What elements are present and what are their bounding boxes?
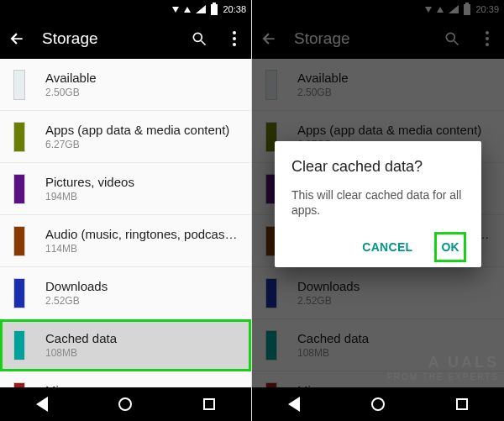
row-text: Cached data108MB xyxy=(45,331,238,359)
category-color-swatch xyxy=(13,70,25,100)
svg-line-1 xyxy=(202,41,206,45)
kebab-icon xyxy=(233,31,236,46)
row-text: Downloads2.52GB xyxy=(45,279,238,307)
row-name: Pictures, videos xyxy=(45,175,238,189)
arrow-left-icon xyxy=(8,30,25,47)
net-down-icon xyxy=(172,7,179,13)
category-color-swatch xyxy=(13,122,25,152)
row-size: 2.52GB xyxy=(45,295,238,307)
cancel-button[interactable]: CANCEL xyxy=(357,234,417,260)
row-text: Pictures, videos194MB xyxy=(45,175,238,203)
row-text: Audio (music, ringtones, podcasts, et..1… xyxy=(45,227,238,255)
row-size: 194MB xyxy=(45,191,238,203)
storage-row[interactable]: Apps (app data & media content)6.27GB xyxy=(0,111,251,163)
storage-row[interactable]: Downloads2.52GB xyxy=(0,267,251,319)
nav-recent-button[interactable] xyxy=(198,393,220,415)
category-color-swatch xyxy=(13,174,25,204)
phone-left: 20:38 Storage Available2.50GBApps (app d… xyxy=(0,0,252,421)
back-button[interactable] xyxy=(7,29,27,49)
nav-recent-icon xyxy=(456,398,468,410)
nav-home-button[interactable] xyxy=(367,393,389,415)
row-name: Downloads xyxy=(45,279,238,293)
category-color-swatch xyxy=(13,278,25,308)
signal-icon xyxy=(196,5,206,13)
nav-bar xyxy=(252,387,504,421)
screenshot-pair: 20:38 Storage Available2.50GBApps (app d… xyxy=(0,0,504,421)
storage-list[interactable]: Available2.50GBApps (app data & media co… xyxy=(0,59,251,421)
clear-cache-dialog: Clear cached data? This will clear cache… xyxy=(275,141,481,268)
nav-home-button[interactable] xyxy=(114,393,136,415)
dialog-actions: CANCEL OK xyxy=(291,234,465,260)
nav-recent-icon xyxy=(203,398,215,410)
nav-back-button[interactable] xyxy=(283,393,305,415)
row-name: Apps (app data & media content) xyxy=(45,123,238,137)
storage-row[interactable]: Cached data108MB xyxy=(0,319,251,371)
nav-home-icon xyxy=(371,397,385,411)
nav-back-icon xyxy=(36,397,48,412)
row-name: Available xyxy=(45,71,238,85)
dialog-message: This will clear cached data for all apps… xyxy=(291,187,465,219)
row-size: 6.27GB xyxy=(45,139,238,150)
ok-button[interactable]: OK xyxy=(436,234,465,260)
row-name: Audio (music, ringtones, podcasts, et.. xyxy=(45,227,238,241)
search-button[interactable] xyxy=(189,29,209,49)
overflow-button[interactable] xyxy=(224,29,244,49)
nav-bar xyxy=(0,387,251,421)
category-color-swatch xyxy=(13,330,25,360)
row-text: Apps (app data & media content)6.27GB xyxy=(45,123,238,150)
battery-icon xyxy=(211,4,218,15)
status-bar: 20:38 xyxy=(0,0,251,18)
category-color-swatch xyxy=(13,226,25,256)
search-icon xyxy=(191,30,207,47)
status-time: 20:38 xyxy=(223,4,246,14)
page-title: Storage xyxy=(42,29,174,48)
nav-recent-button[interactable] xyxy=(451,393,473,415)
storage-row[interactable]: Audio (music, ringtones, podcasts, et..1… xyxy=(0,215,251,267)
net-up-icon xyxy=(184,7,191,13)
row-size: 114MB xyxy=(45,243,238,255)
row-size: 108MB xyxy=(45,347,238,359)
storage-row[interactable]: Available2.50GB xyxy=(0,59,251,111)
phone-right: 20:39 Storage Available2.50GBApps (app d… xyxy=(252,0,504,421)
row-name: Cached data xyxy=(45,331,238,345)
nav-back-button[interactable] xyxy=(31,393,53,415)
svg-point-0 xyxy=(193,33,202,41)
nav-back-icon xyxy=(288,397,300,412)
storage-row[interactable]: Pictures, videos194MB xyxy=(0,163,251,215)
app-bar: Storage xyxy=(0,18,251,59)
row-size: 2.50GB xyxy=(45,87,238,98)
dialog-title: Clear cached data? xyxy=(291,158,465,176)
nav-home-icon xyxy=(118,397,132,411)
row-text: Available2.50GB xyxy=(45,71,238,98)
